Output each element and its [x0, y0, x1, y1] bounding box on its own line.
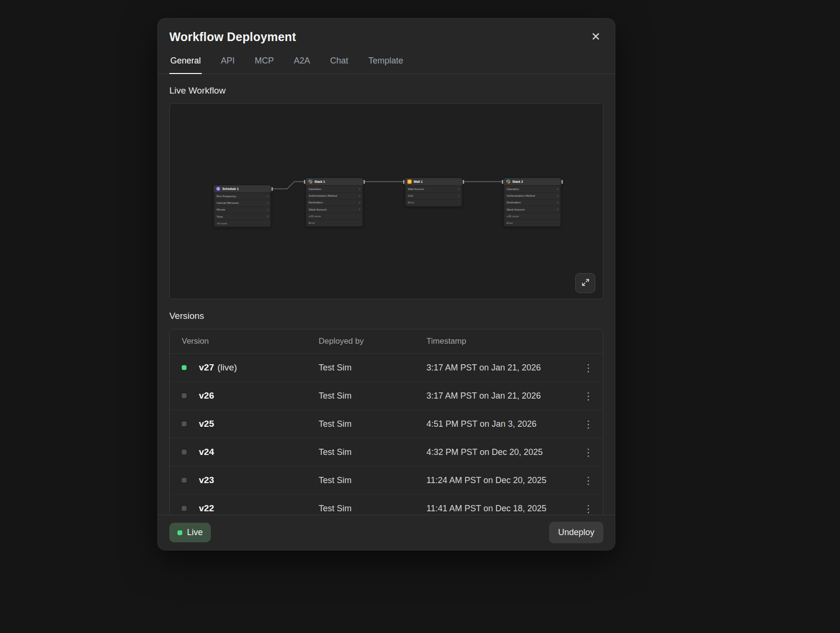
node-field: Operation› [307, 186, 362, 192]
timestamp-value: 11:24 AM PST on Dec 20, 2025 [426, 475, 576, 485]
node-title: Slack 2 [512, 180, 523, 183]
modal-title: Workflow Deployment [169, 30, 296, 44]
row-menu-button[interactable]: ⋮ [580, 389, 597, 403]
status-dot [182, 506, 187, 511]
deployed-by-value: Test Sim [319, 504, 426, 514]
node-error: Error [505, 220, 560, 226]
deployed-by-value: Test Sim [319, 475, 426, 485]
node-more: +26 more [505, 213, 560, 219]
modal-footer: Live Undeploy [158, 515, 615, 550]
node-field: Slack Account› [505, 206, 560, 212]
kebab-icon: ⋮ [583, 475, 593, 486]
deployed-by-value: Test Sim [319, 391, 426, 401]
node-title: Schedule 1 [222, 187, 239, 190]
node-error: Error [406, 200, 461, 206]
node-field: Slack Account› [307, 206, 362, 212]
row-menu-button[interactable]: ⋮ [580, 474, 597, 487]
status-dot [182, 450, 187, 454]
node-field: Destination› [505, 200, 560, 206]
status-dot [182, 422, 187, 426]
row-menu-button[interactable]: ⋮ [580, 417, 597, 431]
node-header: Slack 2 [504, 178, 561, 185]
node-more: +26 more [307, 213, 362, 219]
workflow-canvas[interactable]: Schedule 1Run Frequency›Interval (Minute… [169, 103, 603, 299]
timestamp-value: 11:41 AM PST on Dec 18, 2025 [426, 504, 576, 514]
timestamp-value: 3:17 AM PST on Jan 21, 2026 [426, 363, 576, 373]
chevron-right-icon: › [557, 201, 558, 204]
chevron-right-icon: › [267, 201, 268, 205]
node-error: Error [307, 220, 362, 226]
version-label: v25 [199, 419, 319, 429]
slack-icon [308, 179, 312, 184]
connector-port-right[interactable] [363, 180, 365, 184]
expand-button[interactable] [575, 273, 595, 293]
workflow-node-wait-1[interactable]: Wait 1Wait Amount›Unit›Error [405, 178, 462, 207]
column-header-timestamp: Timestamp [426, 337, 576, 346]
timestamp-value: 3:17 AM PST on Jan 21, 2026 [426, 391, 576, 401]
versions-section-title: Versions [169, 311, 603, 321]
versions-table: Version Deployed by Timestamp v27(live)T… [169, 329, 603, 515]
undeploy-button[interactable]: Undeploy [549, 522, 603, 543]
workflow-deployment-modal: Workflow Deployment ✕ GeneralAPIMCPA2ACh… [157, 18, 615, 550]
connector-port-right[interactable] [271, 187, 273, 191]
tab-a2a[interactable]: A2A [293, 51, 311, 74]
chevron-right-icon: › [458, 194, 459, 198]
node-field: Operation› [505, 186, 560, 192]
versions-table-body: v27(live)Test Sim3:17 AM PST on Jan 21, … [170, 354, 603, 515]
chevron-right-icon: › [359, 208, 360, 211]
modal-header: Workflow Deployment ✕ GeneralAPIMCPA2ACh… [158, 19, 615, 74]
chevron-right-icon: › [267, 215, 268, 218]
live-suffix: (live) [218, 362, 237, 372]
node-field: Destination› [307, 200, 362, 206]
workflow-node-slack-1[interactable]: Slack 1Operation›Authentication Method›D… [306, 178, 363, 227]
node-field: Time› [215, 213, 270, 220]
row-menu-button[interactable]: ⋮ [580, 502, 597, 515]
chevron-right-icon: › [359, 201, 360, 204]
close-icon: ✕ [591, 30, 601, 43]
node-header: Schedule 1 [214, 185, 271, 192]
deployed-by-value: Test Sim [319, 419, 426, 429]
node-title: Slack 1 [314, 180, 325, 183]
connector-port-right[interactable] [463, 180, 464, 184]
connector-port-right[interactable] [561, 180, 563, 184]
row-menu-button[interactable]: ⋮ [580, 445, 597, 459]
node-field: Run Frequency› [215, 193, 270, 200]
version-label: v22 [199, 503, 319, 514]
version-row-v22: v22Test Sim11:41 AM PST on Dec 18, 2025⋮ [170, 495, 603, 515]
tab-mcp[interactable]: MCP [254, 51, 275, 74]
node-field: Unit› [406, 193, 461, 199]
node-more: +6 more [215, 220, 270, 226]
live-dot-icon [177, 530, 182, 535]
node-field: Authentication Method› [307, 193, 362, 199]
tab-bar: GeneralAPIMCPA2AChatTemplate [158, 51, 615, 74]
connector-port-left[interactable] [304, 180, 305, 184]
connector-port-left[interactable] [403, 180, 404, 184]
chevron-right-icon: › [557, 188, 558, 191]
clock-icon [216, 187, 220, 191]
version-label: v24 [199, 447, 319, 457]
workflow-node-schedule-1[interactable]: Schedule 1Run Frequency›Interval (Minute… [214, 185, 271, 227]
version-row-v23: v23Test Sim11:24 AM PST on Dec 20, 2025⋮ [170, 466, 603, 495]
chevron-right-icon: › [359, 188, 360, 191]
node-field: Minute› [215, 207, 270, 213]
row-menu-button[interactable]: ⋮ [580, 361, 597, 375]
title-row: Workflow Deployment ✕ [169, 29, 603, 44]
kebab-icon: ⋮ [583, 447, 593, 458]
tab-chat[interactable]: Chat [329, 51, 349, 74]
status-dot [182, 478, 187, 483]
tab-template[interactable]: Template [367, 51, 404, 74]
node-header: Wait 1 [405, 178, 462, 185]
node-title: Wait 1 [414, 180, 423, 183]
chevron-right-icon: › [359, 194, 360, 198]
tab-general[interactable]: General [169, 51, 202, 74]
workflow-node-slack-2[interactable]: Slack 2Operation›Authentication Method›D… [504, 178, 561, 227]
version-label: v27(live) [199, 362, 319, 373]
timestamp-value: 4:32 PM PST on Dec 20, 2025 [426, 447, 576, 457]
node-header: Slack 1 [306, 178, 363, 185]
deployed-by-value: Test Sim [319, 363, 426, 373]
tab-api[interactable]: API [220, 51, 236, 74]
close-button[interactable]: ✕ [588, 29, 603, 44]
live-workflow-section-title: Live Workflow [169, 85, 603, 96]
connector-port-left[interactable] [502, 180, 503, 184]
slack-icon [506, 179, 510, 184]
